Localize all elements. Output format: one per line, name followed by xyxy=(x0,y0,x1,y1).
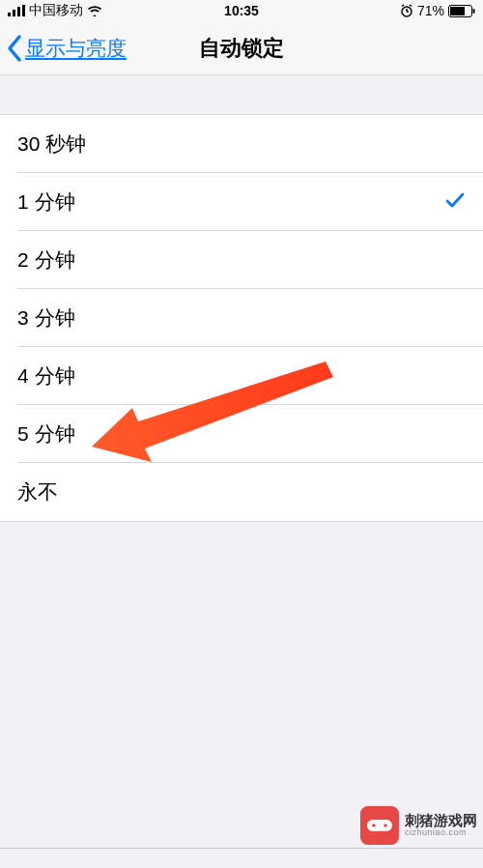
svg-rect-3 xyxy=(22,5,25,16)
alarm-icon xyxy=(400,4,413,17)
svg-rect-1 xyxy=(13,10,15,16)
status-left: 中国移动 xyxy=(8,2,102,19)
option-1min[interactable]: 1 分钟 xyxy=(0,173,483,231)
option-4min[interactable]: 4 分钟 xyxy=(0,347,483,405)
gamepad-icon xyxy=(360,806,399,845)
signal-icon xyxy=(8,5,25,16)
page-title: 自动锁定 xyxy=(199,34,284,63)
battery-icon xyxy=(448,5,475,17)
option-30s[interactable]: 30 秒钟 xyxy=(0,115,483,173)
divider xyxy=(0,848,483,849)
watermark-text: 刺猪游戏网 cizhuniao.com xyxy=(405,813,477,838)
svg-rect-10 xyxy=(450,7,465,15)
watermark-sub: cizhuniao.com xyxy=(405,828,477,838)
options-list: 30 秒钟 1 分钟 2 分钟 3 分钟 4 分钟 5 分钟 永不 xyxy=(0,114,483,522)
status-right: 71% xyxy=(400,3,475,18)
option-label: 30 秒钟 xyxy=(17,130,86,158)
option-label: 2 分钟 xyxy=(17,246,75,274)
status-bar: 中国移动 10:35 71% xyxy=(0,0,483,21)
carrier-label: 中国移动 xyxy=(29,2,83,19)
status-time: 10:35 xyxy=(224,3,259,18)
option-label: 3 分钟 xyxy=(17,304,75,332)
svg-line-7 xyxy=(402,5,404,7)
nav-bar: 显示与亮度 自动锁定 xyxy=(0,21,483,75)
svg-point-14 xyxy=(372,824,376,827)
battery-percent: 71% xyxy=(417,3,444,18)
svg-point-15 xyxy=(384,824,387,827)
option-label: 4 分钟 xyxy=(17,362,75,390)
option-2min[interactable]: 2 分钟 xyxy=(0,231,483,289)
chevron-left-icon xyxy=(6,34,23,63)
watermark-main: 刺猪游戏网 xyxy=(405,813,477,829)
wifi-icon xyxy=(87,5,102,16)
option-label: 永不 xyxy=(17,478,58,506)
option-label: 5 分钟 xyxy=(17,420,75,448)
back-button[interactable]: 显示与亮度 xyxy=(0,34,127,63)
svg-line-8 xyxy=(410,5,412,7)
svg-rect-11 xyxy=(473,9,475,14)
back-label: 显示与亮度 xyxy=(25,35,127,62)
check-icon xyxy=(444,189,466,216)
watermark: 刺猪游戏网 cizhuniao.com xyxy=(360,806,477,845)
svg-rect-13 xyxy=(367,820,392,831)
svg-rect-2 xyxy=(17,7,20,16)
svg-rect-0 xyxy=(8,13,11,16)
option-3min[interactable]: 3 分钟 xyxy=(0,289,483,347)
option-5min[interactable]: 5 分钟 xyxy=(0,405,483,463)
spacer xyxy=(0,75,483,114)
option-never[interactable]: 永不 xyxy=(0,463,483,521)
option-label: 1 分钟 xyxy=(17,188,75,216)
